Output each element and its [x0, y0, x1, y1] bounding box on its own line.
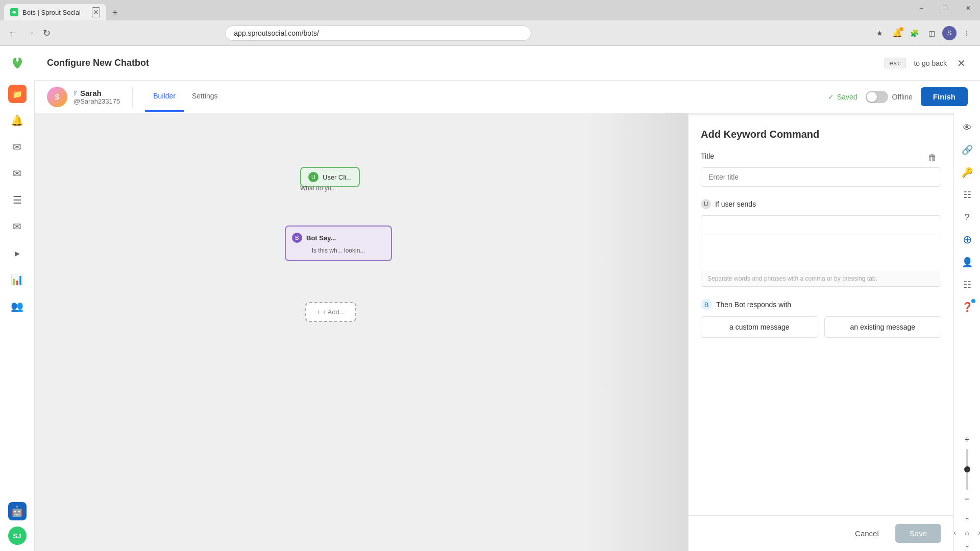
- tab-builder[interactable]: Builder: [145, 82, 184, 112]
- title-section: Title 🗑: [689, 148, 953, 199]
- zoom-slider[interactable]: [966, 449, 968, 490]
- title-field: Title 🗑: [701, 148, 941, 187]
- right-sidebar-help2[interactable]: ❓: [957, 297, 977, 317]
- help2-icon: ❓: [962, 302, 973, 313]
- then-bot-responds-text: Then Bot responds with: [716, 300, 791, 309]
- right-sidebar-link[interactable]: 🔗: [957, 140, 977, 160]
- sidebar-item-bar-chart[interactable]: ▸: [0, 240, 35, 266]
- user-sends-icon: U: [701, 199, 711, 209]
- profile-avatar[interactable]: S: [942, 26, 957, 40]
- list-icon: ☰: [13, 194, 22, 206]
- nav-down-arrow[interactable]: ⌄: [961, 539, 973, 551]
- add-node[interactable]: + + Add...: [305, 302, 356, 322]
- forward-button[interactable]: →: [23, 26, 37, 40]
- sidebar-item-bot[interactable]: 🤖: [8, 502, 27, 520]
- tab-settings[interactable]: Settings: [184, 82, 226, 112]
- toolbar-icons: ★ 🔔 🧩 ◫ S ⋮: [873, 26, 974, 40]
- bot-profile-info: 𝕣 Sarah @Sarah233175: [74, 89, 120, 105]
- title-input[interactable]: [701, 167, 941, 187]
- bot-say-node[interactable]: B Bot Say... Is this wh... lookin...: [285, 226, 392, 261]
- right-sidebar-table[interactable]: ☷: [957, 274, 977, 295]
- panel-title: Add Keyword Command: [689, 116, 953, 148]
- right-sidebar-grid[interactable]: ☷: [957, 185, 977, 205]
- keywords-input[interactable]: [701, 234, 941, 269]
- add-label: + Add...: [322, 308, 345, 316]
- bar-chart-icon: ▸: [15, 247, 20, 259]
- keywords-tags-row: [701, 216, 941, 234]
- sidebar-item-notifications[interactable]: 🔔: [0, 107, 35, 134]
- zoom-out-button[interactable]: −: [960, 492, 974, 506]
- extension-icon-star[interactable]: ★: [873, 26, 887, 40]
- sprout-logo[interactable]: [0, 46, 35, 81]
- to-go-back-text: to go back: [914, 59, 947, 67]
- sidebar-item-users[interactable]: 👥: [0, 293, 35, 319]
- right-sidebar-key[interactable]: 🔑: [957, 162, 977, 183]
- send-icon: ✉: [13, 220, 21, 233]
- if-user-sends-section: U If user sends Separate words and phras…: [689, 199, 953, 287]
- menu-button[interactable]: ⋮: [960, 26, 974, 40]
- what-do-you-text: What do yu...: [300, 185, 336, 192]
- bot-icon: 🤖: [11, 505, 23, 517]
- bot-says-label: Bot Say...: [306, 234, 336, 242]
- twitter-bird-icon: 𝕣: [74, 89, 77, 97]
- user-avatar-small[interactable]: SJ: [8, 527, 27, 545]
- right-sidebar-help[interactable]: ?: [957, 207, 977, 228]
- window-controls[interactable]: − ☐ ✕: [910, 0, 980, 16]
- bot-say-icon: B: [292, 233, 302, 243]
- maximize-button[interactable]: ☐: [933, 0, 957, 16]
- custom-message-button[interactable]: a custom message: [701, 316, 818, 338]
- plus-icon: +: [316, 308, 321, 316]
- reload-button[interactable]: ↻: [41, 26, 53, 41]
- extension-icon-notification[interactable]: 🔔: [890, 26, 904, 40]
- user-click-label: User Cli...: [323, 173, 352, 181]
- nav-up-arrow[interactable]: ⌃: [961, 514, 973, 527]
- bot-responds-icon: B: [701, 299, 712, 310]
- then-bot-responds-label: B Then Bot responds with: [701, 299, 941, 310]
- tab-close-button[interactable]: ✕: [92, 7, 100, 17]
- canvas-panel-row: U User Cli... What do yu... B Bot Say...…: [35, 113, 980, 551]
- existing-message-button[interactable]: an existing message: [824, 316, 942, 338]
- canvas-area: U User Cli... What do yu... B Bot Say...…: [35, 113, 688, 551]
- right-sidebar: 👁 🔗 🔑 ☷ ? ⊕: [953, 113, 980, 551]
- right-sidebar-add[interactable]: ⊕: [957, 230, 977, 250]
- active-tab[interactable]: Bots | Sprout Social ✕: [4, 4, 106, 20]
- back-button[interactable]: ←: [6, 26, 19, 40]
- sidebar-item-send[interactable]: ✉: [0, 213, 35, 240]
- notification-dot: [971, 299, 975, 303]
- sidebar-bottom: 🤖 SJ: [8, 502, 27, 551]
- tab-favicon: [10, 8, 18, 16]
- offline-toggle[interactable]: [866, 91, 888, 103]
- user-click-node[interactable]: U User Cli...: [300, 167, 360, 187]
- tab-bar: Bots | Sprout Social ✕ +: [0, 0, 980, 20]
- close-button[interactable]: ✕: [957, 0, 980, 16]
- header-close-button[interactable]: ✕: [955, 55, 968, 71]
- address-bar[interactable]: [225, 26, 531, 41]
- sidebar-item-list[interactable]: ☰: [0, 187, 35, 213]
- keywords-hint: Separate words and phrases with a comma …: [701, 271, 941, 286]
- eye-icon: 👁: [963, 122, 972, 133]
- right-sidebar-user-add[interactable]: 👤: [957, 252, 977, 272]
- nav-right-arrow[interactable]: ›: [973, 527, 981, 539]
- minimize-button[interactable]: −: [910, 0, 933, 16]
- folder-icon: 📁: [12, 89, 22, 99]
- sidebar-item-inbox[interactable]: ✉: [0, 134, 35, 160]
- nav-home-button[interactable]: ⌂: [961, 527, 973, 539]
- extension-icon-puzzle[interactable]: 🧩: [908, 26, 922, 40]
- toggle-container: Offline: [866, 91, 913, 103]
- finish-button[interactable]: Finish: [921, 87, 968, 106]
- bell-icon: 🔔: [11, 114, 23, 127]
- zoom-in-button[interactable]: +: [960, 433, 974, 447]
- extension-icon-window[interactable]: ◫: [925, 26, 939, 40]
- users-icon: 👥: [11, 300, 23, 312]
- right-sidebar-eye[interactable]: 👁: [957, 117, 977, 138]
- toggle-thumb: [867, 92, 877, 102]
- sidebar-item-line-chart[interactable]: 📊: [0, 266, 35, 293]
- sidebar-item-alerts[interactable]: ✉: [0, 160, 35, 187]
- save-button[interactable]: Save: [895, 524, 941, 543]
- add-circle-icon: ⊕: [963, 233, 972, 246]
- sidebar-item-orange[interactable]: 📁: [0, 81, 35, 107]
- cancel-button[interactable]: Cancel: [847, 525, 887, 542]
- delete-icon-button[interactable]: 🗑: [924, 148, 941, 167]
- title-label-row: Title 🗑: [701, 148, 941, 167]
- new-tab-button[interactable]: +: [108, 6, 122, 20]
